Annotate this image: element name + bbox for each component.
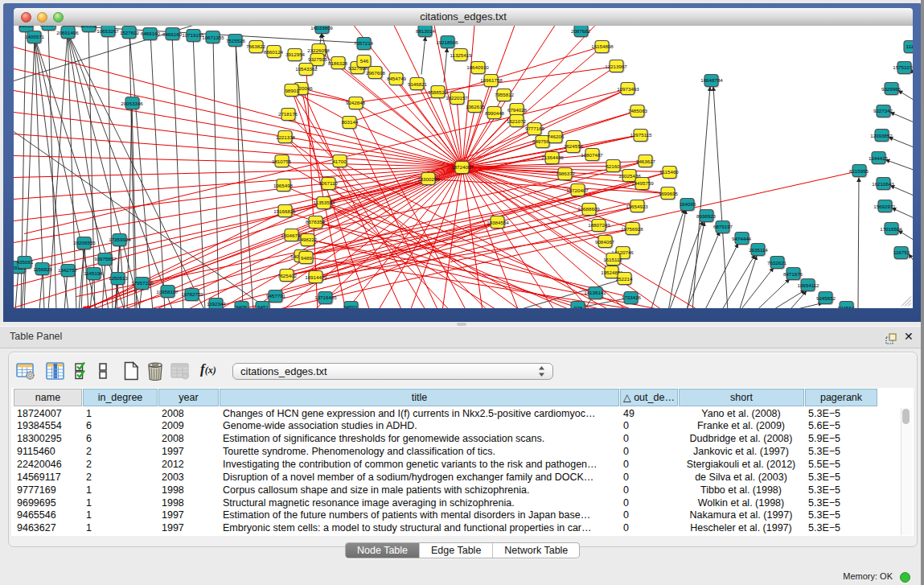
svg-text:10653267: 10653267 [97, 27, 119, 33]
svg-text:17016504: 17016504 [880, 225, 902, 231]
svg-text:1588520: 1588520 [428, 89, 448, 94]
svg-text:14136141: 14136141 [584, 289, 606, 295]
svg-text:10719155: 10719155 [182, 31, 204, 37]
svg-text:9242848: 9242848 [346, 99, 366, 105]
svg-text:9084067: 9084067 [595, 238, 615, 244]
svg-text:11325419: 11325419 [450, 51, 472, 57]
svg-text:2087682: 2087682 [571, 27, 591, 33]
svg-text:7357214: 7357214 [354, 39, 374, 45]
svg-text:15692971: 15692971 [873, 203, 896, 208]
svg-text:19166825: 19166825 [273, 208, 296, 213]
svg-text:10688609: 10688609 [577, 205, 600, 211]
svg-text:19756928: 19756928 [621, 225, 643, 231]
svg-text:9227342: 9227342 [873, 107, 893, 113]
svg-text:13716485: 13716485 [314, 294, 337, 299]
svg-text:18640910: 18640910 [466, 64, 489, 69]
svg-text:10807487: 10807487 [581, 151, 603, 157]
svg-text:18807249: 18807249 [588, 221, 610, 227]
svg-text:8215955: 8215955 [849, 167, 869, 173]
svg-text:546: 546 [360, 57, 369, 63]
svg-text:8186328: 8186328 [328, 60, 348, 65]
svg-text:16961758: 16961758 [480, 76, 503, 82]
svg-text:1342757: 1342757 [58, 266, 78, 272]
svg-text:12213967: 12213967 [605, 63, 627, 68]
svg-text:8471676: 8471676 [783, 270, 803, 276]
svg-text:2967608: 2967608 [366, 69, 386, 75]
svg-text:1810755: 1810755 [272, 158, 292, 163]
svg-text:12093852: 12093852 [870, 132, 893, 138]
svg-text:17359924: 17359924 [109, 236, 131, 241]
svg-text:1527602: 1527602 [120, 29, 140, 35]
svg-text:9146821: 9146821 [408, 80, 428, 86]
svg-text:106532: 106532 [80, 26, 97, 28]
svg-text:978: 978 [574, 304, 583, 308]
svg-text:1733426: 1733426 [622, 294, 642, 299]
svg-text:9408: 9408 [236, 303, 247, 308]
svg-text:9474444: 9474444 [732, 235, 752, 241]
svg-text:1250513: 1250513 [109, 274, 129, 280]
svg-text:41700: 41700 [332, 158, 347, 163]
svg-text:10958107: 10958107 [156, 288, 179, 294]
svg-text:924564: 924564 [838, 304, 855, 308]
svg-text:62160: 62160 [606, 163, 620, 168]
svg-text:23226058: 23226058 [307, 47, 330, 52]
svg-text:10543362: 10543362 [295, 65, 318, 71]
svg-text:14495759: 14495759 [631, 179, 654, 185]
svg-text:12975115: 12975115 [630, 131, 652, 137]
svg-text:8660124: 8660124 [264, 48, 284, 54]
svg-text:94501: 94501 [343, 303, 358, 308]
svg-text:9498222: 9498222 [298, 236, 318, 241]
svg-text:9329966: 9329966 [881, 85, 901, 91]
svg-text:435061: 435061 [17, 258, 34, 264]
svg-text:9245652: 9245652 [816, 295, 836, 300]
svg-text:8813014: 8813014 [416, 27, 436, 33]
svg-text:9699695: 9699695 [659, 190, 679, 196]
svg-text:7485063: 7485063 [628, 107, 648, 113]
svg-text:18724007: 18724007 [451, 163, 474, 169]
svg-text:9457791: 9457791 [266, 292, 286, 298]
svg-text:93975857: 93975857 [94, 255, 117, 261]
svg-text:2935114: 2935114 [749, 246, 768, 252]
svg-text:7663822: 7663822 [246, 43, 266, 48]
svg-text:7515526: 7515526 [226, 37, 246, 43]
svg-text:252214: 252214 [616, 275, 633, 281]
svg-text:6466160: 6466160 [162, 31, 183, 36]
svg-text:8990448: 8990448 [485, 109, 505, 115]
svg-text:3267110: 3267110 [318, 179, 338, 185]
svg-text:20206555: 20206555 [73, 239, 96, 245]
svg-text:16154808: 16154808 [591, 43, 614, 48]
svg-text:1362615: 1362615 [466, 103, 486, 109]
svg-text:16033809: 16033809 [310, 26, 333, 31]
svg-text:8938923: 8938923 [696, 212, 717, 218]
svg-text:1156829: 1156829 [33, 266, 52, 271]
svg-text:9463627: 9463627 [636, 158, 656, 163]
svg-text:1405571: 1405571 [25, 33, 45, 39]
svg-text:19654923: 19654923 [626, 203, 648, 208]
svg-text:9115460: 9115460 [659, 168, 679, 174]
svg-text:10671355: 10671355 [202, 34, 224, 39]
svg-text:1615112: 1615112 [603, 256, 622, 262]
svg-text:9777169: 9777169 [525, 125, 545, 130]
svg-text:1117: 1117 [906, 43, 913, 48]
svg-text:7955812: 7955812 [495, 91, 515, 97]
svg-text:7632621: 7632621 [767, 259, 787, 265]
svg-text:6879197: 6879197 [713, 223, 733, 229]
svg-text:9451: 9451 [257, 303, 269, 308]
svg-text:8454749: 8454749 [387, 75, 407, 80]
svg-text:18220157: 18220157 [446, 94, 468, 100]
svg-text:7986372: 7986372 [556, 170, 576, 175]
svg-text:8678354: 8678354 [306, 218, 326, 224]
svg-text:803144: 803144 [342, 118, 359, 124]
svg-text:10654112: 10654112 [797, 282, 819, 287]
svg-text:116753: 116753 [893, 249, 910, 254]
svg-text:3912954: 3912954 [285, 51, 306, 56]
svg-text:746206: 746206 [548, 133, 565, 138]
svg-text:9489: 9489 [301, 254, 312, 260]
svg-text:9327505: 9327505 [308, 56, 328, 61]
svg-text:1221338: 1221338 [276, 134, 296, 139]
svg-text:7625402: 7625402 [277, 272, 298, 278]
svg-text:10973493: 10973493 [617, 85, 639, 91]
svg-text:21364436: 21364436 [541, 154, 564, 159]
svg-text:1244415: 1244415 [869, 154, 889, 160]
svg-text:15720407: 15720407 [566, 187, 589, 192]
